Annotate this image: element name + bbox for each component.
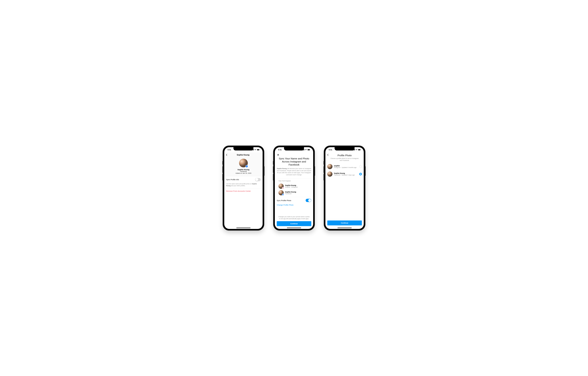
- sync-profile-toggle[interactable]: [255, 178, 261, 181]
- home-indicator[interactable]: [338, 228, 352, 228]
- appear-name: Sophie Keung: [285, 191, 296, 193]
- appear-row-instagram: Sophie Keung zzzphie · Instagram: [278, 183, 310, 189]
- notch: [335, 147, 355, 150]
- header: Profile Photo Choose a profile photo to …: [325, 152, 364, 162]
- continue-button[interactable]: Continue: [327, 220, 362, 225]
- sync-profile-label: Sync Profile Info: [226, 178, 239, 180]
- profile-name: Sophie Keung: [224, 168, 263, 171]
- option-sub: Facebook · Updated 3 days ago: [334, 174, 358, 176]
- screen-sync-name-photo: 9:41 ✕ Sync Your Name and Photo Across I…: [275, 147, 313, 229]
- option-sub: Instagram · Updated 4 months ago: [334, 167, 358, 168]
- screen-profile-photo: 9:41 Profile Photo Choose a profile phot…: [325, 147, 364, 229]
- facebook-badge-icon: [245, 165, 248, 168]
- svg-rect-4: [308, 149, 310, 150]
- page-title: Sync Your Name and Photo Across Instagra…: [277, 157, 311, 166]
- how-youll-appear-card: How You'll Appear Sophie Keung zzzphie ·…: [277, 178, 311, 197]
- wifi-icon: [254, 149, 256, 150]
- page-title: Sophie Keung: [227, 154, 259, 156]
- sync-photo-row[interactable]: Sync Profile Photo: [277, 197, 311, 204]
- svg-rect-1: [257, 149, 259, 150]
- avatar: [278, 190, 284, 195]
- sync-footnote: Changes you make to your synced name or …: [277, 214, 311, 221]
- battery-icon: [257, 149, 260, 150]
- continue-button[interactable]: Continue: [277, 221, 311, 226]
- back-icon[interactable]: [226, 154, 227, 156]
- svg-rect-6: [282, 188, 283, 189]
- home-indicator[interactable]: [236, 228, 250, 228]
- sync-photo-toggle[interactable]: [306, 199, 311, 202]
- phone-frame-3: 9:41 Profile Photo Choose a profile phot…: [324, 146, 365, 230]
- sync-profile-row[interactable]: Sync Profile Info: [224, 176, 263, 183]
- profile-summary: Sophie Keung Facebook Added on Jan 10, 2…: [224, 157, 263, 176]
- option-name: Sophie Keung: [334, 172, 358, 174]
- avatar: [327, 164, 332, 169]
- page-title: Profile Photo: [327, 154, 362, 157]
- card-label: How You'll Appear: [278, 180, 310, 182]
- radio-selected-icon[interactable]: [359, 173, 362, 175]
- sync-profile-help: Use the same name and profile photo on S…: [224, 183, 263, 188]
- instagram-badge-icon: [282, 187, 284, 189]
- appear-sub: Facebook: [285, 193, 296, 195]
- option-name: zzzphie: [334, 165, 358, 167]
- appear-name: Sophie Keung: [285, 184, 298, 186]
- avatar: [327, 171, 332, 177]
- photo-option-facebook[interactable]: Sophie Keung Facebook · Updated 3 days a…: [327, 170, 362, 178]
- phone-frame-1: 9:41 Sophie Keung Sophie Keung Facebook: [223, 146, 264, 230]
- remove-account-button[interactable]: Remove From Accounts Center: [224, 188, 263, 194]
- appear-row-facebook: Sophie Keung Facebook: [278, 189, 310, 196]
- status-time: 9:41: [278, 149, 282, 151]
- facebook-badge-icon: [282, 194, 284, 196]
- svg-rect-10: [358, 149, 360, 150]
- battery-icon: [307, 149, 310, 150]
- page-description: Sophie Keung will become your name on In…: [277, 168, 311, 176]
- profile-added-label: Added on Jan 10, 2020: [224, 172, 263, 174]
- status-time: 9:41: [228, 149, 231, 151]
- screen-accounts-center: 9:41 Sophie Keung Sophie Keung Facebook: [224, 147, 263, 229]
- svg-point-7: [283, 188, 283, 188]
- phone-frame-2: 9:41 ✕ Sync Your Name and Photo Across I…: [273, 146, 315, 230]
- avatar: [278, 184, 284, 189]
- back-icon[interactable]: [327, 154, 328, 156]
- avatar: [239, 159, 248, 167]
- change-photo-link[interactable]: Change Profile Photo: [277, 204, 311, 207]
- status-time: 9:41: [329, 149, 332, 151]
- sync-photo-label: Sync Profile Photo: [277, 199, 291, 201]
- header: Sophie Keung Sophie Keung Facebook Added…: [224, 152, 263, 176]
- page-subtitle: Choose a profile photo to use on Instagr…: [327, 157, 362, 162]
- profile-app-label: Facebook: [224, 171, 263, 172]
- home-indicator[interactable]: [287, 228, 301, 228]
- close-icon[interactable]: ✕: [277, 152, 311, 157]
- wifi-icon: [356, 149, 357, 150]
- notch: [284, 147, 304, 150]
- battery-icon: [358, 149, 361, 150]
- notch: [233, 147, 253, 150]
- radio-unselected-icon[interactable]: [359, 165, 362, 168]
- photo-option-instagram[interactable]: zzzphie Instagram · Updated 4 months ago: [327, 163, 362, 170]
- appear-sub: zzzphie · Instagram: [285, 186, 298, 188]
- wifi-icon: [305, 149, 307, 150]
